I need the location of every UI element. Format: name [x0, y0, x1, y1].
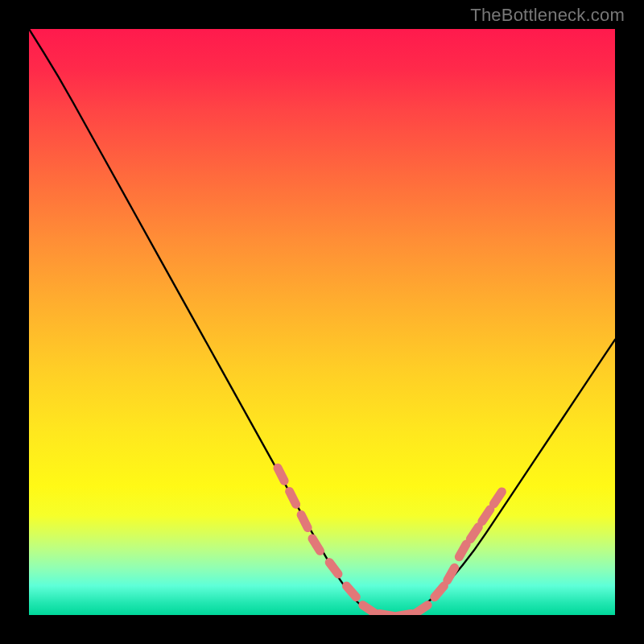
marker-point [493, 492, 502, 504]
marker-point [470, 527, 478, 539]
marker-point [448, 568, 455, 580]
marker-point [290, 491, 296, 504]
bottleneck-curve [29, 29, 615, 615]
watermark-text: TheBottleneck.com [470, 5, 625, 26]
plot-area [29, 29, 615, 615]
marker-point [301, 515, 308, 528]
marker-point [482, 510, 490, 522]
marker-point [363, 605, 375, 613]
marker-point [329, 563, 338, 574]
marker-point [435, 586, 444, 597]
curve-layer [29, 29, 615, 615]
marker-point [415, 605, 427, 613]
measured-points [278, 468, 502, 615]
chart-container: TheBottleneck.com [0, 0, 644, 644]
marker-point [397, 614, 411, 616]
marker-point [379, 614, 394, 616]
marker-point [278, 468, 284, 481]
marker-point [347, 586, 357, 597]
marker-point [312, 539, 320, 551]
marker-point [459, 544, 466, 557]
